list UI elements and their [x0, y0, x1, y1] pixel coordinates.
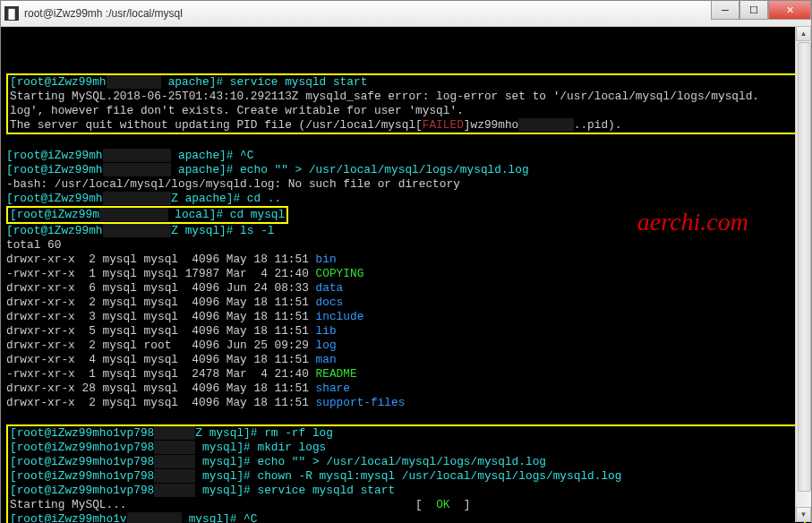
list-item: drwxr-xr-x 2 mysql mysql 4096 May 18 11:…	[6, 253, 806, 267]
watermark: aerchi.com	[637, 215, 748, 229]
ls-output: drwxr-xr-x 2 mysql mysql 4096 May 18 11:…	[6, 253, 806, 410]
highlight-box-2: [root@iZwz99m local]# cd mysql	[6, 206, 288, 224]
scroll-up-icon[interactable]: ▲	[796, 26, 811, 41]
minimize-button[interactable]: ─	[711, 1, 739, 20]
scroll-thumb[interactable]	[798, 42, 811, 492]
highlight-box-1: [root@iZwz99mh apache]# service mysqld s…	[6, 73, 806, 134]
window-controls: ─ ☐ ✕	[711, 1, 811, 20]
list-item: drwxr-xr-x 5 mysql mysql 4096 May 18 11:…	[6, 324, 806, 339]
list-item: -rwxr-xr-x 1 mysql mysql 17987 Mar 4 21:…	[6, 267, 806, 281]
maximize-button[interactable]: ☐	[739, 1, 768, 20]
window-title: root@iZwz99mh :/usr/local/mysql	[24, 7, 183, 20]
highlight-box-3: [root@iZwz99mho1vp798 Z mysql]# rm -rf l…	[6, 424, 806, 523]
list-item: drwxr-xr-x 2 mysql mysql 4096 May 18 11:…	[6, 396, 806, 410]
close-button[interactable]: ✕	[768, 1, 811, 20]
list-item: drwxr-xr-x 3 mysql mysql 4096 May 18 11:…	[6, 310, 806, 324]
terminal-window: █ root@iZwz99mh :/usr/local/mysql ─ ☐ ✕ …	[0, 0, 812, 523]
app-icon: █	[4, 6, 19, 21]
scrollbar[interactable]: ▲ ▼	[795, 26, 811, 522]
titlebar[interactable]: █ root@iZwz99mh :/usr/local/mysql ─ ☐ ✕	[1, 1, 811, 27]
list-item: -rwxr-xr-x 1 mysql mysql 2478 Mar 4 21:4…	[6, 367, 806, 382]
scroll-down-icon[interactable]: ▼	[796, 507, 811, 522]
list-item: drwxr-xr-x 2 mysql root 4096 Jun 25 09:2…	[6, 339, 806, 353]
list-item: drwxr-xr-x 6 mysql mysql 4096 Jun 24 08:…	[6, 281, 806, 296]
list-item: drwxr-xr-x 28 mysql mysql 4096 May 18 11…	[6, 382, 806, 396]
list-item: drwxr-xr-x 4 mysql mysql 4096 May 18 11:…	[6, 353, 806, 367]
list-item: drwxr-xr-x 2 mysql mysql 4096 May 18 11:…	[6, 296, 806, 310]
terminal-area[interactable]: aerchi.com [root@iZwz99mh apache]# servi…	[1, 27, 811, 523]
